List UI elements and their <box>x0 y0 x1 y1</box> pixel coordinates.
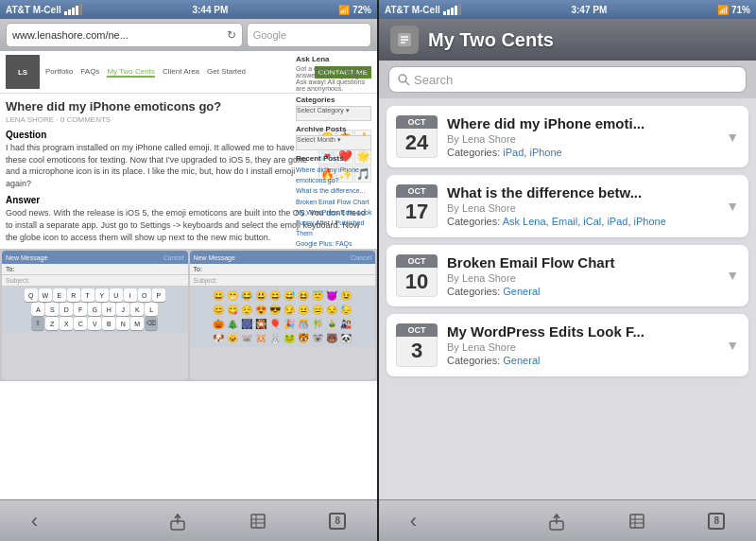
share-button[interactable] <box>168 512 187 531</box>
recent-post-1[interactable]: Where did my iPhone emoticons go? <box>296 165 373 185</box>
ek-19[interactable]: 😒 <box>325 303 338 316</box>
categories-select[interactable]: Select Category ▾ <box>296 106 371 121</box>
ek-5[interactable]: 😄 <box>268 288 282 302</box>
key-z[interactable]: Z <box>45 317 59 330</box>
ek-26[interactable]: 🎉 <box>283 317 296 330</box>
ek-3[interactable]: 😂 <box>240 288 253 302</box>
key-a[interactable]: A <box>31 303 44 316</box>
key-p[interactable]: P <box>152 288 165 302</box>
ek-10[interactable]: 😉 <box>339 288 352 302</box>
ek-9[interactable]: 😈 <box>325 288 338 302</box>
key-b[interactable]: B <box>102 317 115 330</box>
key-del[interactable]: ⌫ <box>145 317 158 330</box>
ek-14[interactable]: 😍 <box>254 303 267 316</box>
ek-27[interactable]: 🎊 <box>297 317 310 330</box>
key-c[interactable]: C <box>74 317 87 330</box>
article-card-3[interactable]: OCT 10 Broken Email Flow Chart By Lena S… <box>387 245 748 306</box>
ek-20[interactable]: 😓 <box>339 303 352 316</box>
ek-33[interactable]: 🐭 <box>240 331 253 344</box>
key-w[interactable]: W <box>39 288 52 302</box>
ek-15[interactable]: 😎 <box>268 303 282 316</box>
ek-39[interactable]: 🐻 <box>325 331 338 344</box>
key-n[interactable]: N <box>116 317 129 330</box>
nav-mytwocents[interactable]: My Two Cents <box>107 67 155 78</box>
ek-1[interactable]: 😀 <box>212 288 225 302</box>
ek-38[interactable]: 🐨 <box>311 331 324 344</box>
refresh-icon[interactable]: ↻ <box>227 28 236 42</box>
key-j[interactable]: J <box>116 303 129 316</box>
ek-40[interactable]: 🐼 <box>339 331 352 344</box>
r-bookmarks-button[interactable] <box>627 512 646 531</box>
ek-35[interactable]: 🐰 <box>268 331 282 344</box>
key-o[interactable]: O <box>138 288 151 302</box>
cancel-button-right[interactable]: Cancel <box>351 254 371 261</box>
key-h[interactable]: H <box>102 303 115 316</box>
recent-post-5[interactable]: Google Plus: FAQs <box>296 238 373 249</box>
app-search-input[interactable]: Search <box>388 66 747 93</box>
key-y[interactable]: Y <box>95 288 109 302</box>
ek-31[interactable]: 🐶 <box>212 331 225 344</box>
bookmarks-button[interactable] <box>249 512 267 531</box>
ek-17[interactable]: 😐 <box>297 303 310 316</box>
ek-8[interactable]: 😇 <box>311 288 324 302</box>
key-t[interactable]: T <box>81 288 94 302</box>
archive-select[interactable]: Select Month ▾ <box>296 135 371 150</box>
ek-2[interactable]: 😁 <box>226 288 239 302</box>
cat-ipad-1[interactable]: iPad <box>503 147 524 158</box>
ek-16[interactable]: 😏 <box>283 303 296 316</box>
ek-7[interactable]: 😆 <box>297 288 310 302</box>
cat-iphone-1[interactable]: iPhone <box>529 147 561 158</box>
cat-iphone-2[interactable]: iPhone <box>634 216 666 227</box>
nav-faqs[interactable]: FAQs <box>80 67 99 78</box>
search-input[interactable]: Google <box>247 23 371 47</box>
r-forward-button[interactable]: › <box>478 509 485 533</box>
url-input[interactable]: www.lenashore.com/ne... ↻ <box>6 23 243 47</box>
cancel-button[interactable]: Cancel <box>163 254 184 261</box>
ek-30[interactable]: 🎎 <box>339 317 352 330</box>
key-d[interactable]: D <box>60 303 73 316</box>
recent-post-4[interactable]: My WordPress Edits Look Funny After I Pu… <box>296 207 373 239</box>
nav-client[interactable]: Client Area <box>163 67 199 78</box>
ek-18[interactable]: 😑 <box>311 303 324 316</box>
ek-23[interactable]: 🎆 <box>240 317 253 330</box>
key-s[interactable]: S <box>45 303 59 316</box>
forward-button[interactable]: › <box>99 509 106 533</box>
key-q[interactable]: Q <box>25 288 38 302</box>
ek-34[interactable]: 🐹 <box>254 331 267 344</box>
ek-24[interactable]: 🎇 <box>254 317 267 330</box>
ek-4[interactable]: 😃 <box>254 288 267 302</box>
cat-general-3[interactable]: General <box>503 286 540 297</box>
ek-6[interactable]: 😅 <box>283 288 296 302</box>
key-x[interactable]: X <box>60 317 73 330</box>
ek-37[interactable]: 🐯 <box>297 331 310 344</box>
back-button[interactable]: ‹ <box>31 509 38 533</box>
nav-getstarted[interactable]: Get Started <box>207 67 246 78</box>
article-card-4[interactable]: OCT 3 My WordPress Edits Look F... By Le… <box>387 314 748 375</box>
key-r[interactable]: R <box>67 288 80 302</box>
ek-25[interactable]: 🎈 <box>268 317 282 330</box>
article-card-1[interactable]: OCT 24 Where did my iPhone emoti... By L… <box>387 106 748 167</box>
key-m[interactable]: M <box>130 317 144 330</box>
ek-12[interactable]: 😋 <box>226 303 239 316</box>
ek-29[interactable]: 🎍 <box>325 317 338 330</box>
cat-ipad-2[interactable]: iPad <box>607 216 627 227</box>
key-k[interactable]: K <box>130 303 144 316</box>
key-shift[interactable]: ⇧ <box>31 317 44 330</box>
ek-32[interactable]: 🐱 <box>226 331 239 344</box>
r-share-button[interactable] <box>547 512 566 531</box>
r-back-button[interactable]: ‹ <box>410 509 417 533</box>
ek-22[interactable]: 🎄 <box>226 317 239 330</box>
nav-portfolio[interactable]: Portfolio <box>45 67 73 78</box>
key-i[interactable]: I <box>124 288 137 302</box>
ek-28[interactable]: 🎋 <box>311 317 324 330</box>
key-e[interactable]: E <box>53 288 66 302</box>
tabs-button[interactable]: 8 <box>329 513 346 530</box>
key-v[interactable]: V <box>88 317 101 330</box>
recent-post-2[interactable]: What is the difference... <box>296 185 373 196</box>
ek-21[interactable]: 🎃 <box>212 317 225 330</box>
recent-post-3[interactable]: Broken Email Flow Chart <box>296 197 373 207</box>
article-card-2[interactable]: OCT 17 What is the difference betw... By… <box>387 175 748 236</box>
ek-36[interactable]: 🐸 <box>283 331 296 344</box>
r-tabs-button[interactable]: 8 <box>708 513 725 530</box>
key-f[interactable]: F <box>74 303 87 316</box>
